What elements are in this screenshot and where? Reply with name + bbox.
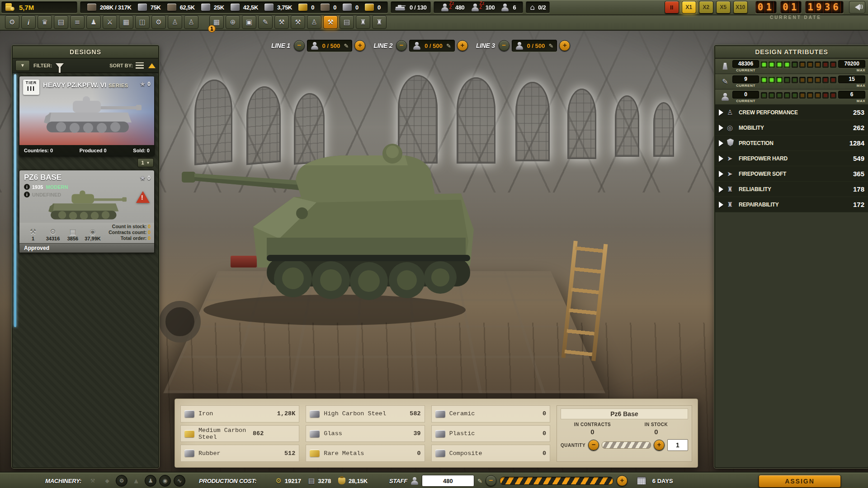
cost-steel-value: 3278 — [318, 478, 331, 484]
line-decrease-button[interactable]: − — [294, 40, 305, 51]
production-cost-label: PRODUCTION COST: — [199, 478, 256, 484]
edit-icon[interactable]: ✎ — [548, 42, 553, 49]
government-button[interactable]: ◫ — [135, 15, 150, 29]
reports-button[interactable]: ≡ — [70, 15, 85, 29]
quantity-slider[interactable] — [602, 441, 651, 449]
machine-disc-icon[interactable]: ◉ — [159, 475, 171, 487]
tank-testing-button[interactable]: ♜ — [372, 15, 387, 29]
machine-saw-icon[interactable]: ◆ — [101, 475, 113, 487]
info-button[interactable]: i — [21, 15, 36, 29]
attribute-row-firepower-hard[interactable]: ➤ FIREPOWER HARD 549 — [715, 151, 868, 166]
line-staff-box: 0 / 500 ✎ — [307, 40, 353, 52]
contracts-button[interactable]: ▣ — [242, 15, 256, 29]
medals-icon: ★ — [140, 80, 146, 88]
staff-increase-button[interactable]: + — [617, 475, 627, 486]
resource-value: 75K — [151, 4, 161, 11]
staff-count-input[interactable] — [422, 475, 474, 487]
tank-icon — [395, 4, 406, 11]
stat-value: 3856 — [67, 236, 78, 241]
announcement-button[interactable] — [849, 1, 865, 14]
series-card-heavy-pzkpfw-vi[interactable]: TIER III HEAVY PZ.KPFW. VISERIES ★ 0 — [19, 76, 155, 156]
achievements-button[interactable]: ♛ — [38, 15, 52, 29]
rare-metals-icon — [310, 450, 320, 457]
attribute-row-mobility[interactable]: ◎ MOBILITY 262 — [715, 120, 868, 136]
sort-direction-icon[interactable] — [148, 63, 156, 68]
intelligence-button[interactable]: ♟ — [86, 15, 101, 29]
engine-button[interactable]: ▤ — [340, 15, 354, 29]
machine-press-icon[interactable]: ⚒ — [87, 475, 99, 487]
quantity-input[interactable] — [667, 439, 688, 451]
money-bag-icon — [338, 478, 345, 484]
tank-depot-button[interactable]: ♜ — [356, 15, 370, 29]
quantity-increase-button[interactable]: + — [654, 440, 665, 450]
machinery-icons: ⚒ ◆ ⚙ ▲ ♟ ◉ ∿ — [87, 475, 185, 487]
workers-button[interactable]: ♙ — [168, 15, 182, 29]
design-card-pz6-base[interactable]: PZ6 BASE i 1935 MODERN i UNDEFINED ★ 0 — [19, 170, 155, 253]
staff-slider[interactable] — [500, 477, 613, 485]
gauge-led — [792, 77, 798, 83]
assign-button[interactable]: ASSIGN — [759, 475, 841, 488]
speed-x1-button[interactable]: X1 — [682, 1, 696, 14]
machinery-button[interactable]: ⚙ — [151, 15, 166, 29]
line-increase-button[interactable]: + — [457, 40, 468, 51]
filter-sort-row: ▼ FILTER: SORT BY: — [13, 59, 158, 73]
speed-x10-button[interactable]: X10 — [733, 1, 748, 14]
machine-belt-icon[interactable]: ∿ — [174, 475, 185, 487]
attribute-label: CREW PERFORMANCE — [739, 109, 853, 116]
attribute-row-reliability[interactable]: ♜ RELIABILITY 178 — [715, 182, 868, 197]
coal-icon — [321, 4, 330, 11]
attribute-row-protection[interactable]: PROTECTION 1284 — [715, 136, 868, 151]
line-decrease-button[interactable]: − — [396, 40, 407, 51]
line-increase-button[interactable]: + — [354, 40, 365, 51]
attribute-row-repairability[interactable]: ♜ REPAIRABILITY 172 — [715, 197, 868, 212]
attribute-row-crew-performance[interactable]: ♙ CREW PERFORMANCE 253 — [715, 105, 868, 120]
resource-value: 0 — [311, 4, 314, 11]
pause-button[interactable]: II — [665, 1, 679, 14]
machine-lathe-icon[interactable]: ⚙ — [116, 475, 127, 487]
line-increase-button[interactable]: + — [559, 40, 570, 51]
line-decrease-button[interactable]: − — [499, 40, 509, 51]
production-days-value: 6 DAYS — [652, 478, 673, 484]
quantity-decrease-button[interactable]: − — [588, 440, 599, 450]
speed-x2-button[interactable]: X2 — [699, 1, 713, 14]
city-button[interactable]: ▦ — [119, 15, 133, 29]
tools-button[interactable]: ⚒ — [274, 15, 289, 29]
material-value: 0 — [542, 410, 546, 417]
money-value: 5,7M — [19, 4, 34, 11]
staff-decrease-button[interactable]: − — [486, 475, 496, 486]
warning-icon[interactable] — [136, 191, 150, 203]
world-market-button[interactable]: ⊕ — [226, 15, 240, 29]
material-name: Rubber — [198, 450, 284, 457]
collapse-button[interactable]: ▼ — [15, 60, 30, 71]
line-staff-box: 0 / 500 ✎ — [409, 40, 455, 52]
line-label: LINE 1 — [271, 42, 290, 49]
attribute-label: FIREPOWER HARD — [739, 155, 853, 162]
prototype-button[interactable]: ♙ — [307, 15, 321, 29]
attribute-row-firepower-soft[interactable]: ➤ FIREPOWER SOFT 365 — [715, 166, 868, 182]
production-button[interactable]: ⚒ — [323, 15, 338, 29]
design-bureau-button[interactable]: ✎ — [258, 15, 273, 29]
engineers-button[interactable]: ♙ — [184, 15, 198, 29]
settings-button[interactable]: ⚙ — [5, 15, 19, 29]
speed-x5-button[interactable]: X5 — [716, 1, 731, 14]
page-selector[interactable]: 1▼ — [137, 158, 154, 167]
edit-icon[interactable]: ✎ — [446, 42, 451, 49]
repair-button[interactable]: ⚒ — [291, 15, 305, 29]
edit-icon[interactable]: ✎ — [344, 42, 349, 49]
designs-panel-title: DESIGNS — [13, 46, 158, 59]
iron-icon — [184, 410, 194, 418]
filter-funnel-icon[interactable] — [56, 63, 64, 68]
gauge-led — [830, 61, 836, 68]
ceramic-icon — [435, 410, 445, 418]
factory-button[interactable]: ▦1 — [209, 15, 224, 29]
edit-icon[interactable]: ✎ — [477, 478, 482, 484]
crew-icon — [718, 93, 732, 101]
news-button[interactable]: ▤ — [54, 15, 68, 29]
approved-status-badge: Approved — [19, 243, 154, 253]
machine-joystick-icon[interactable]: ♟ — [145, 475, 156, 487]
sort-list-icon[interactable] — [136, 62, 144, 69]
designs-scrollbar[interactable] — [14, 74, 16, 327]
military-button[interactable]: ⚔ — [103, 15, 117, 29]
machine-drill-icon[interactable]: ▲ — [130, 475, 142, 487]
contracts-label: Contracts count: — [108, 230, 146, 235]
